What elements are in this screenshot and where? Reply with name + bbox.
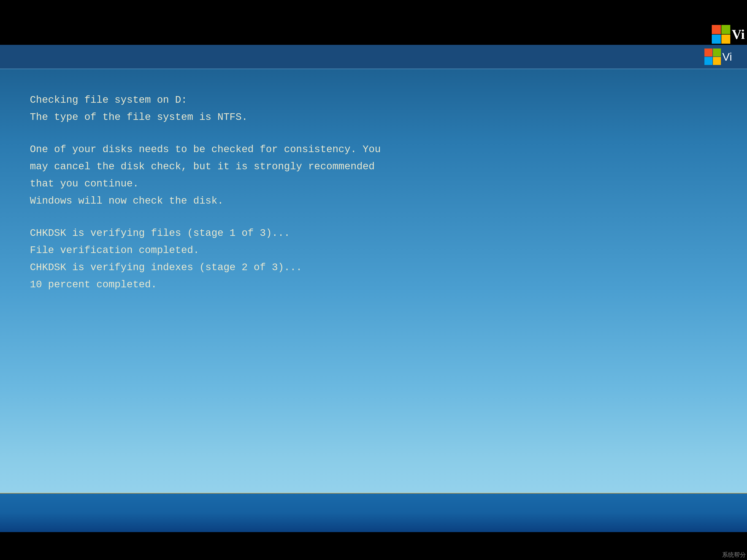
win-logo-text: Vi [722,50,732,63]
line-consistency-1: One of your disks needs to be checked fo… [30,141,717,158]
line-file-verification: File verification completed. [30,242,717,259]
win-logo-pane-bl [712,34,721,44]
top-black-bar: Vi [0,0,747,45]
line-windows-check: Windows will now check the disk. [30,192,717,210]
header-bar: Vi [0,45,747,69]
bottom-bar [0,493,747,532]
win-logo-pane-br [721,34,730,44]
watermark-text: 系统帮分 [722,551,746,559]
windows-logo-icon [712,25,730,44]
line-checking-filesystem: Checking file system on D: [30,91,717,109]
filesystem-info-block: Checking file system on D: The type of t… [30,91,717,126]
win-pane2 [713,49,721,56]
chkdsk-content: Checking file system on D: The type of t… [0,69,747,493]
line-percent-complete: 10 percent completed. [30,276,717,293]
windows-logo-area: Vi [712,25,745,44]
line-chkdsk-stage1: CHKDSK is verifying files (stage 1 of 3)… [30,224,717,242]
win-pane3 [704,57,713,65]
line-consistency-2: may cancel the disk check, but it is str… [30,158,717,175]
win-logo-grid [704,49,721,65]
main-screen: Vi Checking file system on D: The type o… [0,45,747,532]
win-logo-pane-tr [721,25,730,34]
windows-text-partial: Vi [732,27,745,42]
win-logo-pane-tl [712,25,721,34]
line-consistency-3: that you continue. [30,175,717,192]
header-windows-logo: Vi [704,49,732,65]
chkdsk-progress-block: CHKDSK is verifying files (stage 1 of 3)… [30,224,717,293]
consistency-check-block: One of your disks needs to be checked fo… [30,141,717,210]
win-pane1 [704,49,713,56]
line-chkdsk-stage2: CHKDSK is verifying indexes (stage 2 of … [30,259,717,276]
bottom-black-bar: 系统帮分 [0,532,747,560]
line-filesystem-type: The type of the file system is NTFS. [30,109,717,126]
screen-wrapper: Vi Vi Checking file system on D: The typ… [0,0,747,560]
win-pane4 [713,57,721,65]
